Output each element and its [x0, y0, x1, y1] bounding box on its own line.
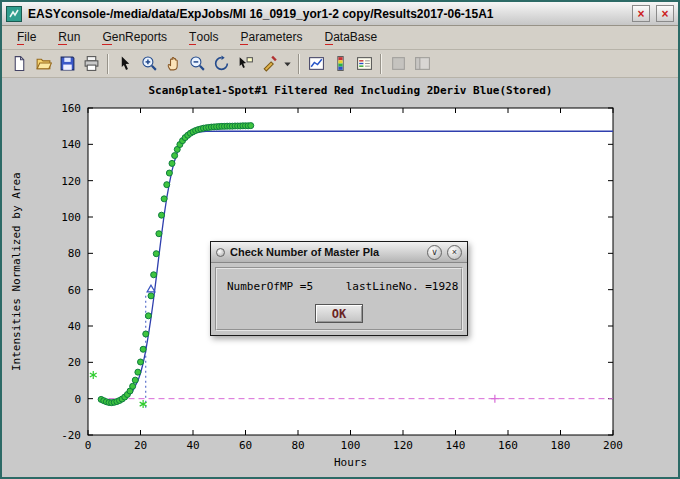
menu-genreports[interactable]: GenReports	[91, 27, 178, 48]
x-tick-label: 20	[134, 439, 147, 452]
close-button[interactable]: ×	[656, 5, 674, 22]
x-tick-label: 160	[498, 439, 518, 452]
mnemonic-underline: T	[189, 31, 196, 45]
x-tick-label: 60	[239, 439, 252, 452]
maximize-button[interactable]: ×	[632, 5, 650, 22]
menu-tools[interactable]: Tools	[178, 27, 229, 48]
menu-file[interactable]: File	[6, 27, 47, 48]
toolbar-separator	[380, 54, 382, 74]
check-master-plates-dialog: Check Number of Master Pla ∨ × NumberOfM…	[210, 241, 468, 336]
data-cursor-icon	[237, 55, 254, 72]
menu-bar: File Run GenReports Tools Parameters Dat…	[2, 26, 678, 50]
dialog-title-bar[interactable]: Check Number of Master Pla ∨ ×	[211, 242, 467, 263]
x-tick-label: 0	[85, 439, 92, 452]
y-tick-label: 0	[74, 393, 81, 406]
zoom-out-button[interactable]	[185, 52, 209, 76]
window-title: EASYconsole-/media/data/ExpJobs/MI 16_09…	[28, 7, 626, 21]
show-plot-tools-button[interactable]	[410, 52, 434, 76]
brush-icon	[261, 55, 278, 72]
marker-filtered-data-markers	[132, 377, 138, 383]
x-tick-label: 80	[291, 439, 304, 452]
mnemonic-underline: R	[58, 31, 67, 45]
toolbar-separator	[107, 54, 109, 74]
y-tick-label: 60	[68, 284, 81, 297]
marker-filtered-data-markers	[166, 170, 172, 176]
y-axis-label: Intensities Normalized by Area	[10, 108, 23, 435]
brush-dropdown-button[interactable]	[281, 52, 294, 76]
save-button[interactable]	[55, 52, 79, 76]
x-tick-label: 100	[341, 439, 361, 452]
mnemonic-underline: G	[102, 31, 111, 45]
plot-title: Scan6plate1-Spot#1 Filtered Red Includin…	[88, 84, 613, 97]
zoom-out-icon	[189, 55, 206, 72]
mnemonic-underline: P	[240, 31, 248, 45]
marker-filtered-data-markers	[143, 331, 149, 337]
x-axis-label: Hours	[88, 456, 613, 469]
print-button[interactable]	[79, 52, 103, 76]
marker-filtered-data-markers	[151, 272, 157, 278]
new-button[interactable]	[7, 52, 31, 76]
marker-filtered-data-markers	[130, 383, 136, 389]
y-tick-label: 120	[61, 175, 81, 188]
dialog-message: NumberOfMP =5 lastLineNo. =1928	[227, 280, 458, 293]
y-tick-label: 140	[61, 138, 81, 151]
marker-filtered-data-markers	[148, 293, 154, 299]
dialog-title: Check Number of Master Pla	[230, 246, 422, 258]
hide-plot-tools-icon	[390, 55, 407, 72]
app-window: EASYconsole-/media/data/ExpJobs/MI 16_09…	[0, 0, 680, 479]
menu-database[interactable]: DataBase	[314, 27, 389, 48]
open-button[interactable]	[31, 52, 55, 76]
marker-filtered-data-markers	[156, 231, 162, 237]
dialog-collapse-button[interactable]: ∨	[427, 245, 442, 260]
brush-button[interactable]	[257, 52, 281, 76]
pan-icon	[165, 55, 182, 72]
insert-plot-button[interactable]	[304, 52, 328, 76]
marker-filtered-data-markers	[140, 346, 146, 352]
zoom-in-button[interactable]	[137, 52, 161, 76]
insert-colorbar-button[interactable]	[328, 52, 352, 76]
dialog-close-button[interactable]: ×	[447, 245, 462, 260]
rotate-3d-icon	[213, 55, 230, 72]
y-tick-label: -20	[61, 429, 81, 442]
menu-parameters[interactable]: Parameters	[229, 27, 313, 48]
insert-colorbar-icon	[332, 55, 349, 72]
marker-filtered-data-markers	[145, 313, 151, 319]
dialog-body: NumberOfMP =5 lastLineNo. =1928 OK	[215, 267, 463, 331]
dialog-value-numberofmp: NumberOfMP =5	[227, 280, 313, 293]
mnemonic-underline: F	[17, 31, 24, 45]
toolbar	[2, 50, 678, 78]
app-icon	[6, 6, 22, 22]
open-icon	[35, 55, 52, 72]
pan-button[interactable]	[161, 52, 185, 76]
marker-filtered-data-markers	[172, 153, 178, 159]
edit-plot-button[interactable]	[113, 52, 137, 76]
ok-button[interactable]: OK	[315, 304, 363, 323]
marker-filtered-data-markers	[159, 212, 165, 218]
insert-legend-button[interactable]	[352, 52, 376, 76]
title-bar[interactable]: EASYconsole-/media/data/ExpJobs/MI 16_09…	[2, 2, 678, 26]
marker-filtered-data-markers	[169, 160, 175, 166]
rotate-3d-button[interactable]	[209, 52, 233, 76]
zoom-in-icon	[141, 55, 158, 72]
edit-plot-icon	[117, 55, 134, 72]
brush-dropdown-icon	[283, 55, 292, 72]
marker-filtered-data-markers	[138, 359, 144, 365]
marker-filtered-data-markers	[135, 369, 141, 375]
new-icon	[11, 55, 28, 72]
marker-filtered-data-markers	[248, 123, 254, 129]
y-tick-label: 80	[68, 247, 81, 260]
y-tick-label: 160	[61, 102, 81, 115]
print-icon	[83, 55, 100, 72]
marker-filtered-data-markers	[161, 196, 167, 202]
data-cursor-button[interactable]	[233, 52, 257, 76]
figure-area: 020406080100120140160180200-200204060801…	[2, 78, 678, 477]
dialog-value-lastlineno: lastLineNo. =1928	[346, 280, 459, 293]
insert-legend-icon	[356, 55, 373, 72]
x-tick-label: 140	[446, 439, 466, 452]
x-tick-label: 120	[393, 439, 413, 452]
hide-plot-tools-button[interactable]	[386, 52, 410, 76]
mnemonic-underline: D	[325, 31, 334, 45]
menu-run[interactable]: Run	[47, 27, 91, 48]
y-tick-label: 100	[61, 211, 81, 224]
marker-filtered-data-markers	[164, 182, 170, 188]
